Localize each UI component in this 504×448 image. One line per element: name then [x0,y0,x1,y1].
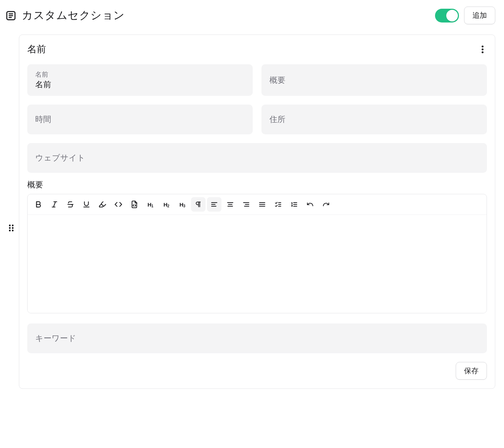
align-right-button[interactable] [239,197,253,212]
h3-button[interactable]: H3 [175,197,190,212]
save-button[interactable]: 保存 [456,362,487,380]
website-field[interactable]: ウェブサイト [27,143,487,173]
strikethrough-button[interactable] [63,197,78,212]
highlight-button[interactable] [95,197,110,212]
toggle-knob [446,10,458,21]
name-field[interactable]: 名前 名前 [27,64,253,96]
h2-button[interactable]: H2 [159,197,174,212]
card-menu-button[interactable] [478,45,487,54]
custom-section-icon [5,10,17,21]
svg-point-12 [481,51,483,53]
address-field-placeholder: 住所 [269,114,479,125]
drag-handle-icon[interactable] [7,223,16,233]
name-field-value: 名前 [35,80,245,90]
underline-button[interactable] [79,197,94,212]
add-button[interactable]: 追加 [464,7,495,24]
time-field[interactable]: 時間 [27,105,253,134]
svg-point-11 [481,48,483,50]
italic-button[interactable] [47,197,62,212]
svg-point-10 [481,45,483,47]
time-field-placeholder: 時間 [35,114,245,125]
redo-button[interactable] [319,197,333,212]
section-title: カスタムセクション [22,8,430,23]
svg-point-4 [9,225,11,227]
svg-point-6 [9,227,11,229]
align-left-button[interactable] [207,197,221,212]
address-field[interactable]: 住所 [261,105,487,134]
numbered-list-button[interactable] [287,197,301,212]
undo-button[interactable] [303,197,317,212]
card-title: 名前 [27,43,46,56]
keywords-field[interactable]: キーワード [27,323,487,353]
align-center-button[interactable] [223,197,237,212]
align-justify-button[interactable] [255,197,269,212]
bold-button[interactable] [31,197,46,212]
website-field-placeholder: ウェブサイト [35,152,479,163]
editor-toolbar: H1 H2 H3 [28,194,487,215]
h1-button[interactable]: H1 [143,197,158,212]
name-field-label: 名前 [35,71,245,79]
section-header: カスタムセクション 追加 [4,7,495,24]
svg-line-15 [53,202,56,207]
editor-textarea[interactable] [28,215,487,313]
overview-field-placeholder: 概要 [269,75,479,86]
summary-section-label: 概要 [27,179,487,190]
svg-point-7 [12,227,14,229]
custom-section-card: 名前 名前 名前 概要 時間 住所 [19,34,495,389]
rich-text-editor: H1 H2 H3 [27,194,487,313]
svg-point-5 [12,225,14,227]
keywords-field-placeholder: キーワード [35,333,479,344]
code-button[interactable] [111,197,126,212]
overview-field[interactable]: 概要 [261,64,487,96]
svg-point-9 [12,230,14,232]
section-enable-toggle[interactable] [435,9,459,23]
svg-point-8 [9,230,11,232]
code-block-button[interactable] [127,197,142,212]
bullet-list-button[interactable] [271,197,285,212]
paragraph-button[interactable] [191,197,206,212]
